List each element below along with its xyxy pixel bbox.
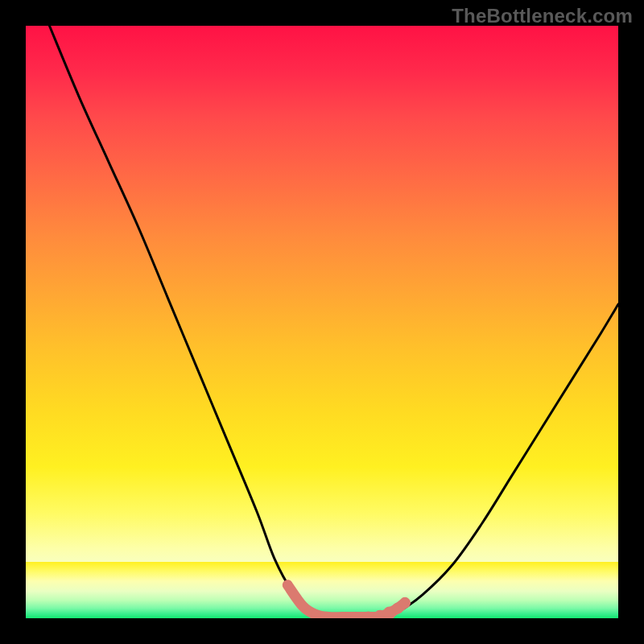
- chart-frame: TheBottleneck.com: [0, 0, 644, 644]
- marker-dot: [283, 580, 292, 590]
- marker-dot: [399, 597, 411, 609]
- watermark-text: TheBottleneck.com: [452, 5, 633, 27]
- curve-right-curve: [382, 304, 618, 617]
- curve-layer: [26, 26, 618, 618]
- plot-area: [26, 26, 618, 618]
- curve-left-curve: [49, 26, 322, 617]
- marker-dot: [299, 602, 307, 610]
